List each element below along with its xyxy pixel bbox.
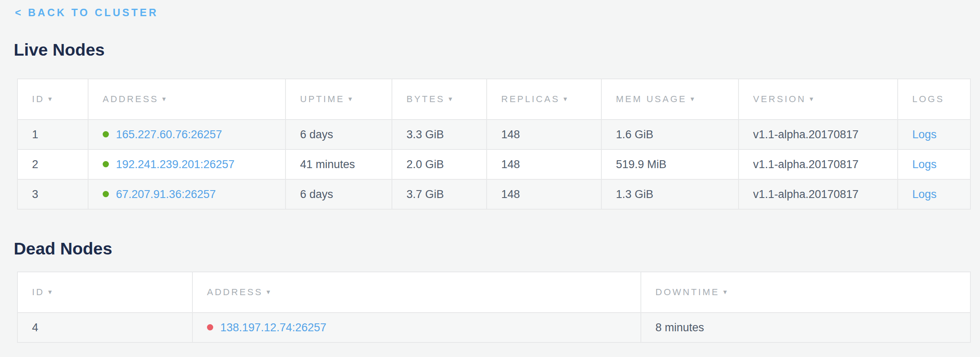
node-logs-cell: Logs: [898, 120, 970, 149]
column-header-logs: LOGS: [898, 79, 970, 120]
dead-status-dot-icon: [207, 324, 213, 330]
node-logs-cell: Logs: [898, 179, 970, 209]
sort-arrow-icon: ▾: [266, 288, 272, 296]
column-header-label: REPLICAS: [501, 94, 560, 104]
live-header-row: ID▾ ADDRESS▾ UPTIME▾ BYTES▾ REPLICAS▾ ME…: [17, 79, 970, 120]
column-header-label: BYTES: [406, 94, 445, 104]
live-status-dot-icon: [103, 161, 109, 167]
node-version-cell: v1.1-alpha.20170817: [739, 120, 898, 149]
sort-arrow-icon: ▾: [48, 288, 54, 296]
sort-arrow-icon: ▾: [162, 95, 167, 103]
dead-header-row: ID▾ ADDRESS▾ DOWNTIME▾: [17, 272, 970, 313]
logs-link[interactable]: Logs: [912, 128, 937, 141]
live-status-dot-icon: [103, 131, 109, 137]
node-address-cell: 165.227.60.76:26257: [88, 120, 286, 149]
column-header-label: UPTIME: [300, 94, 345, 104]
column-header-label: MEM USAGE: [616, 94, 687, 104]
node-mem-usage-cell: 1.3 GiB: [601, 179, 739, 209]
node-uptime-cell: 6 days: [286, 120, 392, 149]
node-address-cell: 192.241.239.201:26257: [88, 149, 286, 179]
node-address-link[interactable]: 138.197.12.74:26257: [220, 321, 326, 334]
node-address-link[interactable]: 67.207.91.36:26257: [116, 188, 216, 201]
node-address-cell: 138.197.12.74:26257: [192, 313, 641, 342]
node-address-link[interactable]: 165.227.60.76:26257: [116, 128, 222, 141]
column-header-address[interactable]: ADDRESS▾: [88, 79, 286, 120]
sort-arrow-icon: ▾: [564, 95, 569, 103]
column-header-version[interactable]: VERSION▾: [739, 79, 898, 120]
live-status-dot-icon: [103, 191, 109, 197]
column-header-address[interactable]: ADDRESS▾: [192, 272, 641, 313]
node-bytes-cell: 3.7 GiB: [392, 179, 487, 209]
node-downtime-cell: 8 minutes: [641, 313, 970, 342]
table-row: 2 192.241.239.201:26257 41 minutes 2.0 G…: [17, 149, 970, 179]
column-header-label: LOGS: [912, 94, 944, 104]
table-row: 3 67.207.91.36:26257 6 days 3.7 GiB 148 …: [17, 179, 970, 209]
dead-nodes-table: ID▾ ADDRESS▾ DOWNTIME▾ 4 138.197.12.74:2…: [17, 271, 971, 343]
node-uptime-cell: 6 days: [286, 179, 392, 209]
table-row: 4 138.197.12.74:26257 8 minutes: [17, 313, 970, 342]
node-replicas-cell: 148: [487, 149, 601, 179]
node-mem-usage-cell: 1.6 GiB: [601, 120, 739, 149]
node-bytes-cell: 2.0 GiB: [392, 149, 487, 179]
node-id-cell: 3: [17, 179, 88, 209]
live-nodes-title: Live Nodes: [14, 40, 980, 60]
back-to-cluster-link[interactable]: < BACK TO CLUSTER: [15, 7, 158, 19]
column-header-replicas[interactable]: REPLICAS▾: [487, 79, 601, 120]
node-id-cell: 4: [17, 313, 192, 342]
sort-arrow-icon: ▾: [723, 288, 729, 296]
node-address-link[interactable]: 192.241.239.201:26257: [116, 158, 234, 171]
node-replicas-cell: 148: [487, 120, 601, 149]
column-header-label: VERSION: [753, 94, 806, 104]
column-header-uptime[interactable]: UPTIME▾: [286, 79, 392, 120]
sort-arrow-icon: ▾: [48, 95, 54, 103]
column-header-mem-usage[interactable]: MEM USAGE▾: [601, 79, 739, 120]
node-version-cell: v1.1-alpha.20170817: [739, 179, 898, 209]
node-version-cell: v1.1-alpha.20170817: [739, 149, 898, 179]
node-logs-cell: Logs: [898, 149, 970, 179]
sort-arrow-icon: ▾: [810, 95, 815, 103]
nodes-overview-page: < BACK TO CLUSTER Live Nodes ID▾ ADDRESS…: [0, 0, 980, 357]
column-header-downtime[interactable]: DOWNTIME▾: [641, 272, 970, 313]
column-header-label: ADDRESS: [103, 94, 158, 104]
node-replicas-cell: 148: [487, 179, 601, 209]
dead-nodes-title: Dead Nodes: [14, 239, 980, 259]
column-header-label: ID: [32, 94, 44, 104]
node-mem-usage-cell: 519.9 MiB: [601, 149, 739, 179]
node-id-cell: 1: [17, 120, 88, 149]
node-id-cell: 2: [17, 149, 88, 179]
column-header-id[interactable]: ID▾: [17, 79, 88, 120]
sort-arrow-icon: ▾: [448, 95, 454, 103]
node-bytes-cell: 3.3 GiB: [392, 120, 487, 149]
column-header-label: ADDRESS: [207, 287, 263, 297]
column-header-bytes[interactable]: BYTES▾: [392, 79, 487, 120]
sort-arrow-icon: ▾: [348, 95, 354, 103]
column-header-label: ID: [32, 287, 44, 297]
column-header-id[interactable]: ID▾: [17, 272, 192, 313]
sort-arrow-icon: ▾: [690, 95, 696, 103]
live-nodes-table: ID▾ ADDRESS▾ UPTIME▾ BYTES▾ REPLICAS▾ ME…: [17, 78, 971, 210]
logs-link[interactable]: Logs: [912, 158, 937, 171]
column-header-label: DOWNTIME: [655, 287, 719, 297]
table-row: 1 165.227.60.76:26257 6 days 3.3 GiB 148…: [17, 120, 970, 149]
logs-link[interactable]: Logs: [912, 188, 937, 201]
node-address-cell: 67.207.91.36:26257: [88, 179, 286, 209]
node-uptime-cell: 41 minutes: [286, 149, 392, 179]
